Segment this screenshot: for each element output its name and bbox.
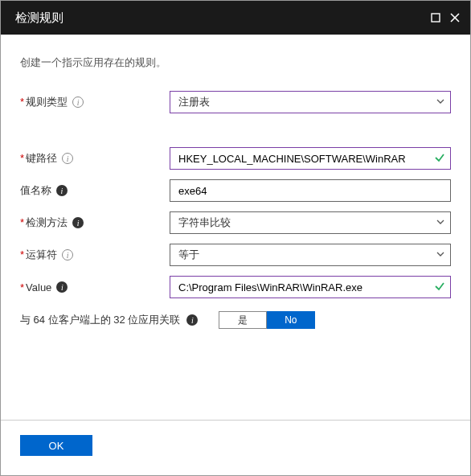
toggle-32bit: 是 No	[219, 311, 315, 329]
check-icon	[434, 281, 445, 294]
row-32bit-toggle: 与 64 位客户端上的 32 位应用关联 i 是 No	[20, 311, 451, 329]
toggle-no-button[interactable]: No	[267, 311, 315, 329]
detection-method-value: 字符串比较	[178, 215, 231, 230]
info-icon[interactable]: i	[56, 185, 68, 196]
info-icon[interactable]: i	[186, 314, 198, 326]
svg-rect-0	[432, 14, 440, 22]
value-name-input-wrap	[170, 179, 451, 202]
rule-type-select[interactable]: 注册表	[170, 91, 451, 113]
footer-separator	[1, 420, 470, 421]
key-path-input[interactable]	[178, 153, 429, 165]
required-marker: *	[20, 152, 24, 164]
detection-rule-panel: 检测规则 创建一个指示应用存在的规则。 *规则类型 i 注册表	[0, 0, 471, 476]
panel-title: 检测规则	[15, 10, 63, 26]
rule-type-value: 注册表	[178, 95, 210, 109]
info-icon[interactable]: i	[62, 153, 73, 164]
ok-button[interactable]: OK	[20, 435, 92, 456]
label-detection-method: *检测方法 i	[20, 215, 170, 230]
row-value: *Value i	[20, 276, 451, 298]
value-name-input[interactable]	[178, 185, 445, 197]
chevron-down-icon	[436, 217, 445, 229]
close-icon[interactable]	[449, 12, 461, 23]
row-key-path: *键路径 i	[20, 147, 451, 170]
label-key-path: *键路径 i	[20, 151, 170, 166]
chevron-down-icon	[436, 96, 445, 109]
info-icon[interactable]: i	[72, 217, 84, 228]
key-path-input-wrap	[170, 147, 451, 170]
required-marker: *	[20, 248, 24, 261]
panel-subtitle: 创建一个指示应用存在的规则。	[20, 55, 451, 70]
panel-footer: OK	[1, 405, 470, 475]
row-rule-type: *规则类型 i 注册表	[20, 91, 451, 113]
row-operator: *运算符 i 等于	[20, 244, 451, 266]
value-input-wrap	[170, 276, 451, 298]
header-controls	[430, 12, 461, 23]
value-input[interactable]	[178, 281, 429, 293]
panel-body: 创建一个指示应用存在的规则。 *规则类型 i 注册表 *键路径 i	[1, 35, 470, 405]
info-icon[interactable]: i	[72, 96, 84, 108]
operator-value: 等于	[178, 248, 199, 262]
label-rule-type: *规则类型 i	[20, 95, 170, 109]
detection-method-select[interactable]: 字符串比较	[170, 211, 451, 234]
label-operator: *运算符 i	[20, 248, 170, 262]
label-32bit-toggle: 与 64 位客户端上的 32 位应用关联 i	[20, 313, 198, 327]
panel-header: 检测规则	[1, 1, 470, 35]
restore-icon[interactable]	[430, 12, 441, 23]
required-marker: *	[20, 216, 24, 228]
check-icon	[434, 152, 445, 166]
required-marker: *	[20, 96, 24, 108]
required-marker: *	[20, 281, 24, 293]
info-icon[interactable]: i	[62, 249, 73, 261]
label-value: *Value i	[20, 281, 170, 293]
operator-select[interactable]: 等于	[170, 244, 451, 266]
info-icon[interactable]: i	[56, 281, 68, 293]
chevron-down-icon	[436, 249, 445, 261]
row-value-name: 值名称 i	[20, 179, 451, 202]
row-detection-method: *检测方法 i 字符串比较	[20, 211, 451, 234]
label-value-name: 值名称 i	[20, 183, 170, 198]
toggle-yes-button[interactable]: 是	[219, 311, 267, 329]
